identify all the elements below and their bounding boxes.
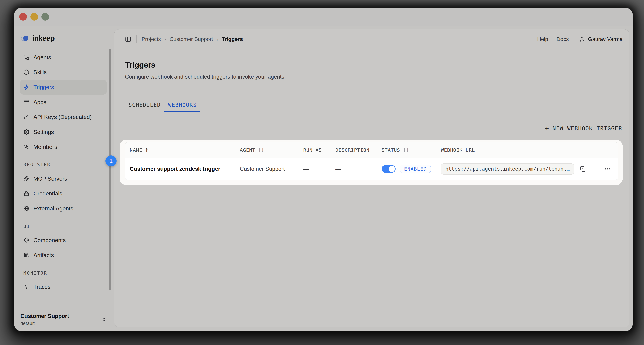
close-window-button[interactable]: [19, 13, 27, 21]
sidebar-section-register: REGISTER MCP Servers Credentials Externa…: [20, 161, 107, 216]
copy-icon: [580, 166, 586, 172]
new-webhook-trigger-label: NEW WEBHOOK TRIGGER: [552, 125, 622, 132]
lock-icon: [24, 191, 29, 196]
column-label: DESCRIPTION: [336, 147, 370, 153]
sidebar-item-label: Credentials: [33, 190, 62, 197]
sidebar-item-mcp-servers[interactable]: MCP Servers: [20, 171, 107, 186]
sidebar-item-label: Triggers: [33, 84, 54, 91]
zoom-window-button[interactable]: [42, 13, 49, 21]
sidebar-item-triggers[interactable]: Triggers: [20, 80, 107, 95]
tab-scheduled[interactable]: SCHEDULED: [125, 102, 164, 112]
docs-link[interactable]: Docs: [556, 36, 569, 42]
breadcrumb-customer-support[interactable]: Customer Support: [170, 36, 213, 42]
sidebar-section-ui: UI Components Artifacts: [20, 223, 107, 263]
user-icon: [579, 36, 585, 43]
row-more-menu-button[interactable]: [604, 166, 611, 172]
sidebar-toggle-button[interactable]: [125, 36, 131, 43]
chevron-right-icon: ›: [164, 36, 166, 43]
sidebar-scrollbar[interactable]: [109, 49, 111, 290]
sidebar-item-credentials[interactable]: Credentials: [20, 186, 107, 201]
sidebar-item-label: Artifacts: [33, 252, 54, 258]
sidebar-item-label: Apps: [33, 99, 46, 105]
sidebar-item-members[interactable]: Members: [20, 139, 107, 154]
sidebar-item-components[interactable]: Components: [20, 233, 107, 248]
trigger-webhook-url-cell: https://api.agents.inkeep.com/run/tenant…: [436, 163, 618, 175]
page-title: Triggers: [125, 60, 622, 70]
sidebar-item-label: External Agents: [33, 205, 73, 212]
logo-text: inkeep: [32, 34, 54, 43]
main-area: Projects › Customer Support › Triggers H…: [114, 26, 632, 331]
sidebar-item-external-agents[interactable]: External Agents: [20, 201, 107, 216]
hexagon-icon: [24, 69, 29, 75]
column-label: STATUS: [382, 147, 400, 153]
column-header-run-as: RUN AS: [298, 147, 331, 153]
column-header-status[interactable]: STATUS ↑↓: [377, 147, 436, 153]
sidebar-item-skills[interactable]: Skills: [20, 65, 107, 80]
sidebar-section-monitor: MONITOR Traces: [20, 269, 107, 294]
project-switcher[interactable]: Customer Support default: [20, 313, 107, 326]
column-label: AGENT: [240, 147, 255, 153]
header-right: Help Docs Gaurav Varma: [537, 35, 622, 43]
column-header-webhook-url: WEBHOOK URL: [436, 147, 618, 153]
component-icon: [24, 237, 29, 243]
new-webhook-trigger-button[interactable]: + NEW WEBHOOK TRIGGER: [544, 124, 622, 133]
sidebar-item-label: MCP Servers: [33, 175, 67, 182]
chevron-right-icon: ›: [216, 36, 218, 43]
status-badge: ENABLED: [400, 165, 431, 173]
globe-icon: [24, 206, 29, 211]
main-header: Projects › Customer Support › Triggers H…: [114, 29, 629, 49]
column-header-description: DESCRIPTION: [331, 147, 377, 153]
activity-icon: [24, 284, 29, 290]
column-label: WEBHOOK URL: [441, 147, 475, 153]
tabs: SCHEDULED WEBHOOKS: [125, 102, 622, 112]
copy-url-button[interactable]: [580, 166, 586, 172]
sidebar-item-agents[interactable]: Agents: [20, 50, 107, 65]
sidebar-item-apps[interactable]: Apps: [20, 95, 107, 110]
app-window: inkeep Agents Skills Triggers Apps: [14, 8, 632, 331]
trigger-name-cell: Customer support zendesk trigger: [125, 166, 235, 172]
sidebar-item-artifacts[interactable]: Artifacts: [20, 248, 107, 263]
column-label: RUN AS: [303, 147, 322, 153]
sort-both-icon: ↑↓: [258, 147, 264, 153]
workflow-icon: [24, 54, 29, 60]
sidebar-item-label: API Keys (Deprecated): [33, 114, 92, 120]
sidebar-item-label: Settings: [33, 129, 54, 135]
sidebar-item-settings[interactable]: Settings: [20, 125, 107, 139]
sidebar-item-label: Skills: [33, 69, 46, 76]
sidebar-item-label: Components: [33, 237, 66, 243]
step-badge: 1: [106, 155, 116, 166]
breadcrumb-projects[interactable]: Projects: [142, 36, 161, 42]
project-name: Customer Support: [20, 313, 69, 319]
header-divider: [136, 35, 136, 43]
minimize-window-button[interactable]: [30, 13, 38, 21]
window-titlebar: [14, 8, 632, 26]
help-link[interactable]: Help: [537, 36, 548, 42]
sidebar-item-traces[interactable]: Traces: [20, 279, 107, 294]
toggle-knob: [388, 166, 395, 172]
trigger-run-as-cell: —: [298, 166, 331, 172]
gear-icon: [24, 129, 29, 135]
app-window-icon: [24, 99, 29, 105]
traffic-lights: [19, 13, 49, 21]
inkeep-logo-icon: [20, 34, 30, 43]
sidebar: inkeep Agents Skills Triggers Apps: [14, 26, 114, 331]
project-switcher-labels: Customer Support default: [20, 313, 69, 326]
webhook-url-field[interactable]: https://api.agents.inkeep.com/run/tenant…: [441, 163, 574, 175]
user-menu[interactable]: Gaurav Varma: [579, 36, 622, 43]
status-toggle[interactable]: [382, 165, 396, 173]
panel-left-icon: [125, 36, 131, 43]
header-divider: [574, 35, 574, 43]
sidebar-item-api-keys[interactable]: API Keys (Deprecated): [20, 110, 107, 125]
tab-webhooks[interactable]: WEBHOOKS: [164, 102, 200, 112]
column-header-agent[interactable]: AGENT ↑↓: [235, 147, 298, 153]
triggers-table: NAME ↑ AGENT ↑↓ RUN AS DESCRIP: [125, 142, 618, 180]
key-icon: [24, 114, 29, 120]
table-header-row: NAME ↑ AGENT ↑↓ RUN AS DESCRIP: [125, 142, 618, 158]
trigger-status-cell: ENABLED: [377, 165, 436, 173]
sidebar-nav: Agents Skills Triggers Apps API Keys (De…: [20, 50, 107, 294]
page-subtitle: Configure webhook and scheduled triggers…: [125, 74, 622, 80]
breadcrumb-triggers: Triggers: [222, 36, 243, 42]
breadcrumb: Projects › Customer Support › Triggers: [142, 36, 243, 43]
users-icon: [24, 144, 29, 150]
column-header-name[interactable]: NAME ↑: [125, 147, 235, 153]
